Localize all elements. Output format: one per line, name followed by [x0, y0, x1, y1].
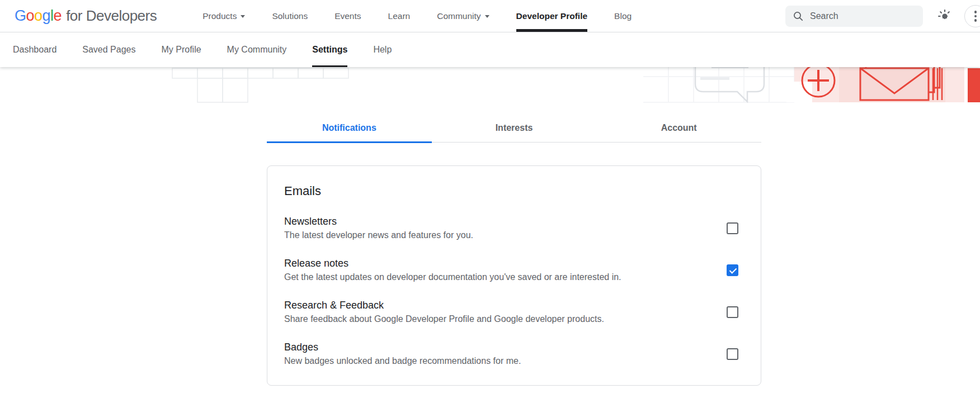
- subnav-item-my-profile[interactable]: My Profile: [161, 32, 201, 67]
- tab-label: Account: [661, 123, 697, 132]
- logo-letter: g: [43, 7, 51, 25]
- nav-item-learn[interactable]: Learn: [388, 0, 411, 32]
- kebab-menu-icon: [974, 15, 977, 18]
- tab-account[interactable]: Account: [596, 116, 761, 143]
- release-notes-checkbox[interactable]: [727, 264, 738, 276]
- nav-item-label: Solutions: [272, 11, 308, 21]
- chat-bubble-decoration: [695, 67, 764, 102]
- nav-item-label: Developer Profile: [516, 11, 588, 21]
- nav-item-blog[interactable]: Blog: [614, 0, 632, 32]
- subnav-item-settings[interactable]: Settings: [312, 32, 347, 67]
- google-for-developers-logo[interactable]: Google for Developers: [15, 7, 157, 25]
- email-row-research-feedback: Research & Feedback Share feedback about…: [284, 300, 744, 324]
- row-description: New badges unlocked and badge recommenda…: [284, 356, 521, 366]
- newsletters-checkbox[interactable]: [727, 222, 738, 234]
- subnav-item-label: My Community: [227, 45, 287, 55]
- grid-squares-decoration: [172, 68, 348, 102]
- row-text: Research & Feedback Share feedback about…: [284, 300, 604, 324]
- more-options-button[interactable]: [964, 5, 980, 27]
- header-actions: [785, 0, 980, 32]
- subnav-item-saved-pages[interactable]: Saved Pages: [82, 32, 135, 67]
- subnav-item-help[interactable]: Help: [373, 32, 392, 67]
- row-text: Newsletters The latest developer news an…: [284, 216, 473, 240]
- brightness-sun-icon: [937, 9, 952, 23]
- logo-letter: e: [54, 7, 62, 25]
- logo-suffix: for Developers: [66, 7, 157, 25]
- theme-toggle-button[interactable]: [937, 9, 952, 23]
- search-input[interactable]: [810, 11, 916, 21]
- search-box[interactable]: [785, 6, 923, 27]
- logo-letter: o: [26, 7, 35, 25]
- row-title: Badges: [284, 342, 521, 353]
- nav-item-label: Blog: [614, 11, 632, 21]
- kebab-menu-icon: [974, 11, 977, 13]
- grid-lines-decoration: [643, 67, 794, 102]
- settings-tabs: Notifications Interests Account: [267, 116, 761, 143]
- subnav-item-label: Dashboard: [13, 45, 56, 55]
- row-text: Badges New badges unlocked and badge rec…: [284, 342, 521, 366]
- nav-item-label: Events: [334, 11, 361, 21]
- tab-interests[interactable]: Interests: [432, 116, 597, 143]
- subnav-item-label: Help: [373, 45, 392, 55]
- chevron-down-icon: [485, 15, 489, 18]
- nav-item-solutions[interactable]: Solutions: [272, 0, 308, 32]
- subnav-item-label: Saved Pages: [82, 45, 135, 55]
- badges-checkbox[interactable]: [727, 348, 738, 360]
- row-title: Release notes: [284, 258, 621, 269]
- subnav-item-label: Settings: [312, 45, 347, 55]
- banner-artwork: [0, 67, 980, 103]
- main-nav: Products Solutions Events Learn Communit…: [202, 0, 632, 32]
- row-title: Newsletters: [284, 216, 473, 227]
- subnav-item-my-community[interactable]: My Community: [227, 32, 287, 67]
- emails-card: Emails Newsletters The latest developer …: [267, 165, 761, 386]
- subnav-item-label: My Profile: [161, 45, 201, 55]
- red-bar-decoration: [968, 68, 980, 102]
- banner-illustration: [0, 67, 980, 103]
- nav-item-label: Products: [202, 11, 237, 21]
- row-description: Share feedback about Google Developer Pr…: [284, 314, 604, 324]
- email-row-badges: Badges New badges unlocked and badge rec…: [284, 342, 744, 366]
- logo-letter: o: [34, 7, 43, 25]
- subnav-item-dashboard[interactable]: Dashboard: [13, 32, 56, 67]
- tab-label: Notifications: [322, 123, 376, 132]
- email-row-release-notes: Release notes Get the latest updates on …: [284, 258, 744, 282]
- row-text: Release notes Get the latest updates on …: [284, 258, 621, 282]
- tab-label: Interests: [496, 123, 533, 132]
- nav-item-developer-profile[interactable]: Developer Profile: [516, 0, 588, 32]
- profile-subnav: Dashboard Saved Pages My Profile My Comm…: [0, 32, 980, 67]
- search-icon: [793, 11, 804, 22]
- nav-item-community[interactable]: Community: [437, 0, 489, 32]
- nav-item-label: Community: [437, 11, 480, 21]
- top-header: Google for Developers Products Solutions…: [0, 0, 980, 32]
- card-title: Emails: [284, 184, 744, 198]
- nav-item-events[interactable]: Events: [334, 0, 361, 32]
- row-title: Research & Feedback: [284, 300, 604, 311]
- tab-notifications[interactable]: Notifications: [267, 116, 432, 143]
- chevron-down-icon: [241, 15, 245, 18]
- logo-letter: G: [15, 7, 26, 25]
- row-description: The latest developer news and features f…: [284, 230, 473, 240]
- email-row-newsletters: Newsletters The latest developer news an…: [284, 216, 744, 240]
- nav-item-products[interactable]: Products: [202, 0, 245, 32]
- research-feedback-checkbox[interactable]: [727, 306, 738, 318]
- nav-item-label: Learn: [388, 11, 411, 21]
- kebab-menu-icon: [974, 19, 977, 22]
- row-description: Get the latest updates on developer docu…: [284, 272, 621, 282]
